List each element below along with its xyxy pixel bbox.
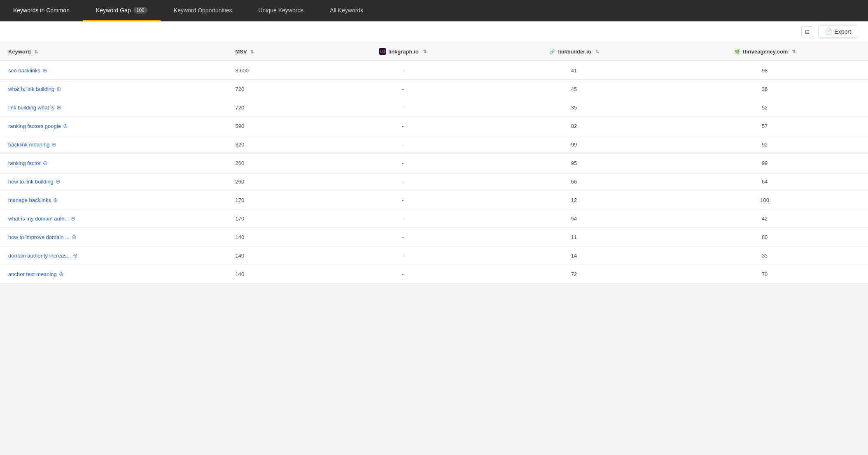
- keyword-table: Keyword ⇅ MSV ⇅ LG linkgraph.io ⇅ �: [0, 42, 868, 283]
- keyword-cell-6[interactable]: how to link building⊕: [0, 172, 227, 191]
- external-link-icon-9: ⊕: [72, 234, 77, 240]
- columns-button[interactable]: ⊟: [801, 26, 813, 37]
- table-row: backlink meaning⊕320-9992: [0, 135, 868, 154]
- keyword-cell-1[interactable]: what is link building⊕: [0, 80, 227, 98]
- external-link-icon-7: ⊕: [53, 197, 58, 203]
- col-linkgraph[interactable]: LG linkgraph.io ⇅: [319, 42, 487, 61]
- linkbuilder-favicon: 🔗: [549, 48, 555, 55]
- msv-cell-6: 260: [227, 172, 319, 191]
- tab-badge-keyword-gap: 109: [133, 7, 147, 14]
- msv-cell-2: 720: [227, 98, 319, 117]
- export-label: Export: [835, 28, 851, 35]
- external-link-icon-2: ⊕: [56, 104, 61, 111]
- linkbuilder-cell-7: 12: [487, 191, 661, 209]
- sort-icon-linkbuilder: ⇅: [595, 49, 599, 54]
- external-link-icon-0: ⊕: [42, 67, 47, 74]
- thrive-cell-1: 36: [661, 80, 868, 98]
- tab-unique-keywords[interactable]: Unique Keywords: [245, 0, 317, 21]
- linkgraph-favicon: LG: [379, 48, 386, 55]
- sort-icon-linkgraph: ⇅: [423, 49, 427, 54]
- keyword-link-11[interactable]: anchor text meaning⊕: [8, 271, 64, 277]
- table-row: ranking factors google⊕590-8257: [0, 117, 868, 135]
- keyword-cell-5[interactable]: ranking factor⊕: [0, 154, 227, 172]
- msv-cell-11: 140: [227, 265, 319, 283]
- linkbuilder-cell-8: 54: [487, 209, 661, 228]
- keyword-cell-3[interactable]: ranking factors google⊕: [0, 117, 227, 135]
- msv-cell-0: 3,600: [227, 61, 319, 80]
- linkgraph-cell-8: -: [319, 209, 487, 228]
- linkgraph-cell-9: -: [319, 228, 487, 246]
- keyword-cell-9[interactable]: how to improve domain ...⊕: [0, 228, 227, 246]
- msv-cell-1: 720: [227, 80, 319, 98]
- external-link-icon-11: ⊕: [59, 271, 64, 277]
- keyword-cell-4[interactable]: backlink meaning⊕: [0, 135, 227, 154]
- thrive-cell-8: 42: [661, 209, 868, 228]
- thrive-cell-0: 98: [661, 61, 868, 80]
- linkgraph-cell-7: -: [319, 191, 487, 209]
- keyword-cell-7[interactable]: manage backlinks⊕: [0, 191, 227, 209]
- thrive-cell-4: 92: [661, 135, 868, 154]
- keyword-link-5[interactable]: ranking factor⊕: [8, 160, 48, 166]
- msv-cell-4: 320: [227, 135, 319, 154]
- keyword-link-0[interactable]: seo backlinks⊕: [8, 67, 47, 74]
- keyword-cell-0[interactable]: seo backlinks⊕: [0, 61, 227, 80]
- linkgraph-cell-1: -: [319, 80, 487, 98]
- table-row: how to link building⊕260-5664: [0, 172, 868, 191]
- col-thrive[interactable]: 🌿 thriveagency.com ⇅: [661, 42, 868, 61]
- table-row: manage backlinks⊕170-12100: [0, 191, 868, 209]
- table-row: ranking factor⊕260-9599: [0, 154, 868, 172]
- table-row: domain authority increas...⊕140-1433: [0, 246, 868, 265]
- external-link-icon-6: ⊕: [56, 178, 61, 185]
- table-row: seo backlinks⊕3,600-4198: [0, 61, 868, 80]
- keyword-cell-8[interactable]: what is my domain auth...⊕: [0, 209, 227, 228]
- table-row: what is my domain auth...⊕170-5442: [0, 209, 868, 228]
- keyword-cell-2[interactable]: link building what is⊕: [0, 98, 227, 117]
- export-button[interactable]: 📄 Export: [818, 26, 858, 38]
- keyword-link-4[interactable]: backlink meaning⊕: [8, 141, 56, 148]
- msv-cell-8: 170: [227, 209, 319, 228]
- linkbuilder-cell-5: 95: [487, 154, 661, 172]
- tab-keyword-gap[interactable]: Keyword Gap109: [83, 0, 161, 21]
- keyword-link-2[interactable]: link building what is⊕: [8, 104, 61, 111]
- thrive-cell-9: 80: [661, 228, 868, 246]
- linkbuilder-cell-10: 14: [487, 246, 661, 265]
- col-keyword[interactable]: Keyword ⇅: [0, 42, 227, 61]
- linkgraph-cell-4: -: [319, 135, 487, 154]
- msv-cell-7: 170: [227, 191, 319, 209]
- keyword-link-1[interactable]: what is link building⊕: [8, 86, 61, 92]
- thrive-cell-2: 52: [661, 98, 868, 117]
- sort-icon-msv: ⇅: [250, 49, 254, 55]
- keyword-link-3[interactable]: ranking factors google⊕: [8, 123, 68, 129]
- linkgraph-cell-2: -: [319, 98, 487, 117]
- linkbuilder-cell-3: 82: [487, 117, 661, 135]
- tab-keyword-opportunities[interactable]: Keyword Opportunities: [161, 0, 245, 21]
- tab-keywords-in-common[interactable]: Keywords in Common: [0, 0, 83, 21]
- msv-cell-5: 260: [227, 154, 319, 172]
- col-linkbuilder[interactable]: 🔗 linkbuilder.io ⇅: [487, 42, 661, 61]
- tab-all-keywords[interactable]: All Keywords: [317, 0, 376, 21]
- thrive-cell-11: 70: [661, 265, 868, 283]
- keyword-table-container: Keyword ⇅ MSV ⇅ LG linkgraph.io ⇅ �: [0, 42, 868, 283]
- keyword-cell-11[interactable]: anchor text meaning⊕: [0, 265, 227, 283]
- columns-icon: ⊟: [805, 29, 810, 35]
- msv-cell-9: 140: [227, 228, 319, 246]
- linkbuilder-cell-0: 41: [487, 61, 661, 80]
- external-link-icon-4: ⊕: [51, 141, 56, 148]
- external-link-icon-10: ⊕: [73, 252, 78, 259]
- keyword-link-7[interactable]: manage backlinks⊕: [8, 197, 58, 203]
- linkbuilder-cell-1: 45: [487, 80, 661, 98]
- keyword-link-9[interactable]: how to improve domain ...⊕: [8, 234, 77, 240]
- table-header: Keyword ⇅ MSV ⇅ LG linkgraph.io ⇅ �: [0, 42, 868, 61]
- external-link-icon-1: ⊕: [56, 86, 61, 92]
- thrive-cell-10: 33: [661, 246, 868, 265]
- linkbuilder-cell-2: 35: [487, 98, 661, 117]
- linkbuilder-cell-9: 11: [487, 228, 661, 246]
- keyword-link-8[interactable]: what is my domain auth...⊕: [8, 215, 76, 222]
- table-row: anchor text meaning⊕140-7270: [0, 265, 868, 283]
- col-msv[interactable]: MSV ⇅: [227, 42, 319, 61]
- keyword-link-10[interactable]: domain authority increas...⊕: [8, 252, 78, 259]
- external-link-icon-8: ⊕: [71, 215, 76, 222]
- linkbuilder-cell-4: 99: [487, 135, 661, 154]
- keyword-link-6[interactable]: how to link building⊕: [8, 178, 61, 185]
- keyword-cell-10[interactable]: domain authority increas...⊕: [0, 246, 227, 265]
